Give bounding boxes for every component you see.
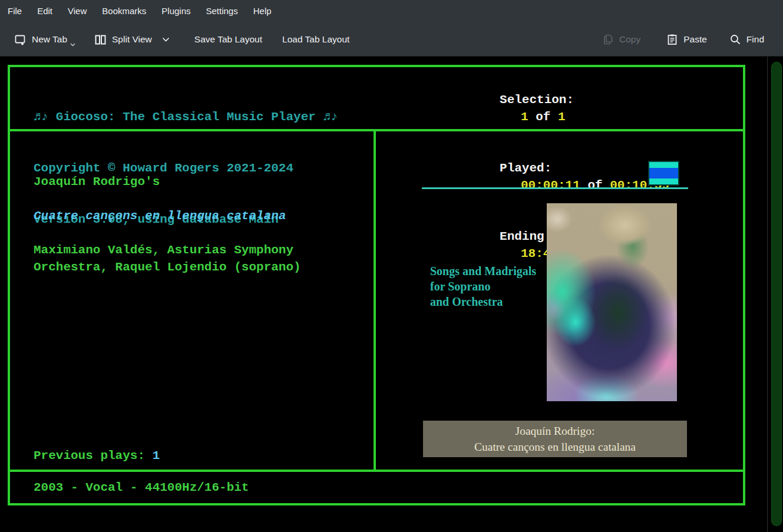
new-tab-button[interactable]: New Tab	[6, 27, 86, 52]
giocoso-frame: ♬♪ Giocoso: The Classical Music Player ♬…	[8, 65, 745, 505]
scrollbar-track[interactable]	[769, 57, 783, 532]
menu-settings[interactable]: Settings	[199, 0, 246, 22]
toolbar: New Tab Split View Save Tab Layout Load …	[0, 22, 783, 57]
album-cover-painting	[547, 203, 677, 401]
copy-label: Copy	[619, 34, 640, 45]
album-label-logo	[649, 162, 678, 184]
album-art-rule	[422, 187, 688, 189]
find-button[interactable]: Find	[721, 27, 772, 52]
app-title: ♬♪ Giocoso: The Classical Music Player ♬…	[34, 108, 338, 125]
player-header-panel: ♬♪ Giocoso: The Classical Music Player ♬…	[10, 67, 743, 131]
previous-plays: Previous plays: 1	[34, 447, 160, 464]
new-tab-label: New Tab	[32, 34, 67, 45]
work-title: Cuatre cançons en llengua catalana	[34, 207, 374, 224]
search-icon	[729, 34, 741, 45]
scrollbar-divider	[767, 57, 768, 532]
menu-view[interactable]: View	[60, 0, 94, 22]
load-tab-layout-button[interactable]: Load Tab Layout	[274, 27, 358, 52]
paste-icon	[666, 34, 678, 45]
menu-bar: File Edit View Bookmarks Plugins Setting…	[0, 0, 783, 22]
paste-label: Paste	[683, 34, 707, 45]
album-caption: Joaquín Rodrigo: Cuatre cançons en lleng…	[423, 421, 687, 457]
terminal-view: ♬♪ Giocoso: The Classical Music Player ♬…	[0, 57, 783, 532]
selection-label: Selection:	[500, 93, 574, 107]
now-playing-panel: Joaquín Rodrigo's Cuatre cançons en llen…	[10, 131, 376, 470]
selection-total: 1	[558, 110, 566, 124]
screen: { "menu_bar": { "items": ["File", "Edit"…	[0, 0, 783, 532]
track-info-bar: 2003 - Vocal - 44100Hz/16-bit	[10, 472, 743, 503]
window-chrome: File Edit View Bookmarks Plugins Setting…	[0, 0, 783, 57]
split-view-label: Split View	[112, 34, 152, 45]
menu-edit[interactable]: Edit	[29, 0, 60, 22]
album-caption-line-2: Cuatre cançons en llengua catalana	[423, 439, 687, 455]
chevron-down-icon	[162, 37, 170, 42]
previous-plays-count: 1	[153, 449, 160, 462]
chevron-down-icon	[70, 43, 75, 47]
scrollbar-thumb[interactable]	[771, 62, 782, 526]
find-label: Find	[746, 34, 764, 45]
split-view-button[interactable]: Split View	[86, 27, 178, 52]
composer-line: Joaquín Rodrigo's	[34, 173, 374, 190]
save-tab-layout-button[interactable]: Save Tab Layout	[186, 27, 270, 52]
copy-button[interactable]: Copy	[594, 27, 649, 52]
paste-button[interactable]: Paste	[658, 27, 715, 52]
menu-plugins[interactable]: Plugins	[154, 0, 198, 22]
menu-help[interactable]: Help	[246, 0, 279, 22]
track-info: 2003 - Vocal - 44100Hz/16-bit	[34, 479, 249, 496]
selection-current: 1	[521, 110, 528, 124]
copy-icon	[602, 34, 614, 45]
album-caption-line-1: Joaquín Rodrigo:	[423, 423, 687, 439]
load-tab-layout-label: Load Tab Layout	[282, 34, 349, 45]
album-art-panel: Songs and Madrigals for Soprano and Orch…	[376, 131, 743, 470]
new-tab-icon	[14, 34, 27, 46]
menu-file[interactable]: File	[0, 0, 29, 22]
performers-line-1: Maximiano Valdés, Asturias Symphony	[34, 242, 374, 259]
menu-bookmarks[interactable]: Bookmarks	[94, 0, 154, 22]
performers-line-2: Orchestra, Raquel Lojendio (soprano)	[34, 259, 374, 276]
album-overlay-title: Songs and Madrigals for Soprano and Orch…	[430, 263, 536, 309]
save-tab-layout-label: Save Tab Layout	[194, 34, 262, 45]
split-view-icon	[94, 34, 107, 46]
